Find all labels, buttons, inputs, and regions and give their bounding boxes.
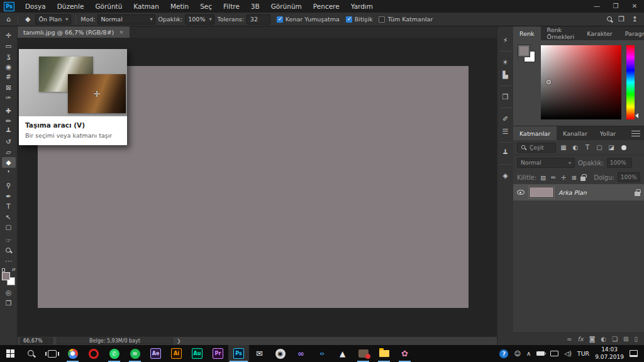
type-tool[interactable]: T [2,201,16,212]
taskbar-opera[interactable] [83,345,104,362]
quick-mask-button[interactable]: ◎ [2,287,16,298]
zoom-tool[interactable] [2,245,16,256]
layer-thumbnail[interactable] [529,187,554,198]
taskbar-photoshop[interactable]: Ps [228,345,249,362]
menu-goruntu[interactable]: Görüntü [89,0,128,13]
zoom-level-field[interactable]: 66,67% [20,337,53,344]
taskbar-chrome[interactable] [62,345,83,362]
dodge-tool[interactable]: ⚲ [2,180,16,191]
taskbar-illustrator[interactable]: Ai [166,345,187,362]
restore-button[interactable]: ❐ [606,0,625,13]
menu-3b[interactable]: 3B [245,0,265,13]
3d-panel-icon[interactable]: ◈ [499,169,512,182]
lock-transparency-icon[interactable]: ▨ [540,174,547,181]
taskbar-after-effects[interactable]: Ae [145,345,166,362]
layer-fill-input[interactable]: 100% [618,172,640,182]
taskbar-spotify[interactable]: ≋ [125,345,145,362]
object-selection-tool[interactable]: ◉ [2,62,16,72]
taskbar-pink-app[interactable]: ✿ [394,345,415,362]
layer-effects-icon[interactable]: fx [577,336,583,343]
layer-visibility-eye-icon[interactable] [517,190,525,195]
menu-dosya[interactable]: Dosya [19,0,52,13]
photoshop-logo-icon[interactable]: Ps [4,2,14,11]
fill-source-select[interactable]: Ön Plan [35,14,71,25]
lock-all-icon[interactable] [580,177,586,181]
healing-brush-tool[interactable]: ✚ [2,106,16,116]
language-indicator[interactable]: TUR [577,350,589,357]
adjustment-filter-icon[interactable]: ◐ [571,144,580,151]
brush-settings-panel-icon[interactable]: ✐ [499,112,512,125]
home-icon[interactable]: ⌂ [4,15,13,23]
menu-pencere[interactable]: Pencere [308,0,345,13]
taskbar-mail[interactable]: ✉ [249,345,270,362]
start-button[interactable] [0,345,21,362]
menu-gorunum[interactable]: Görünüm [265,0,308,13]
eraser-tool[interactable]: ▱ [2,147,16,158]
tolerance-input[interactable]: 32 [247,14,270,25]
close-button[interactable]: ✕ [625,0,644,13]
taskbar-search-button[interactable] [21,345,42,362]
status-options-arrow[interactable]: ❯ [177,338,181,344]
crop-tool[interactable]: # [2,72,16,82]
panel-menu-icon[interactable] [631,131,640,136]
adjustments-panel-icon[interactable]: ☀ [499,56,512,69]
layer-blend-mode-select[interactable]: Normal [517,158,575,168]
people-icon[interactable]: ☺ [514,350,520,357]
saturation-brightness-field[interactable] [541,45,621,119]
layer-row-arka-plan[interactable]: Arka Plan [513,184,644,200]
taskbar-premiere[interactable]: Pr [208,345,228,362]
tab-kanallar[interactable]: Kanallar [557,126,594,140]
layer-mask-icon[interactable]: ◙ [589,336,596,343]
blend-mode-select[interactable]: Normal [97,14,155,25]
lock-position-icon[interactable]: ✛ [560,174,567,181]
taskbar-whatsapp[interactable]: ✆ [104,345,125,362]
menu-katman[interactable]: Katman [128,0,165,13]
tab-paragraf[interactable]: Paragraf [619,26,644,40]
adjustment-layer-icon[interactable]: ◐ [601,336,606,343]
libraries-panel-icon[interactable]: ❒ [499,90,512,103]
smudge-tool[interactable]: ❜ [2,168,16,178]
lasso-tool[interactable]: ʓ [2,51,16,62]
tab-yollar[interactable]: Yollar [594,126,622,140]
taskbar-screen-recorder[interactable] [353,345,374,362]
task-view-button[interactable] [42,345,62,362]
screen-mode-button[interactable]: ❐ [2,298,16,309]
marquee-tool[interactable]: ▭ [2,41,16,52]
action-center-icon[interactable] [630,350,638,357]
taskbar-file-explorer[interactable] [374,345,394,362]
paint-bucket-tool[interactable]: ◆ [2,157,16,168]
battery-icon[interactable] [536,351,545,356]
brush-tool[interactable]: ✏ [2,116,16,126]
taskbar-unity[interactable]: ▲ [332,345,353,362]
hand-tool[interactable]: ☞ [2,235,16,246]
filter-toggle-icon[interactable] [621,145,626,150]
clone-stamp-tool[interactable]: ┻ [2,126,16,137]
menu-filtre[interactable]: Filtre [218,0,245,13]
learn-panel-icon[interactable]: ⚡ [499,34,512,47]
foreground-background-colors[interactable]: ⇄ [2,268,16,287]
menu-yardim[interactable]: Yardım [345,0,379,13]
smart-object-filter-icon[interactable]: ◪ [607,144,616,151]
eyedropper-tool[interactable]: ✑ [2,92,16,103]
pixel-filter-icon[interactable]: ▦ [559,144,568,151]
delete-layer-icon[interactable]: ▯ [634,336,638,343]
layer-filter-select[interactable]: Çeşit [517,143,556,153]
all-layers-checkbox[interactable]: Tüm Katmanlar [379,16,433,23]
minimize-button[interactable]: — [587,0,606,13]
type-filter-icon[interactable]: T [583,144,592,151]
contiguous-checkbox[interactable]: Bitişik [346,16,373,23]
clock[interactable]: 14:03 9.07.2019 [595,346,624,361]
layer-group-icon[interactable]: ❏ [612,336,618,343]
taskbar-audition[interactable]: Au [187,345,208,362]
new-layer-icon[interactable]: ⊞ [623,336,628,343]
tab-katmanlar[interactable]: Katmanlar [513,126,557,140]
tab-close-icon[interactable]: × [119,29,124,35]
volume-icon[interactable]: ◁) [564,350,572,357]
brushes-panel-icon[interactable]: ☰ [499,125,512,138]
tab-renk[interactable]: Renk [513,26,541,40]
history-brush-tool[interactable]: ↺ [2,136,16,147]
clone-source-panel-icon[interactable]: ┻ [499,147,512,160]
hidden-icons-chevron[interactable]: ∧ [526,350,531,357]
tab-renk-ornekleri[interactable]: Renk Örnekleri [541,26,581,40]
move-tool[interactable]: ✛ [2,30,16,41]
